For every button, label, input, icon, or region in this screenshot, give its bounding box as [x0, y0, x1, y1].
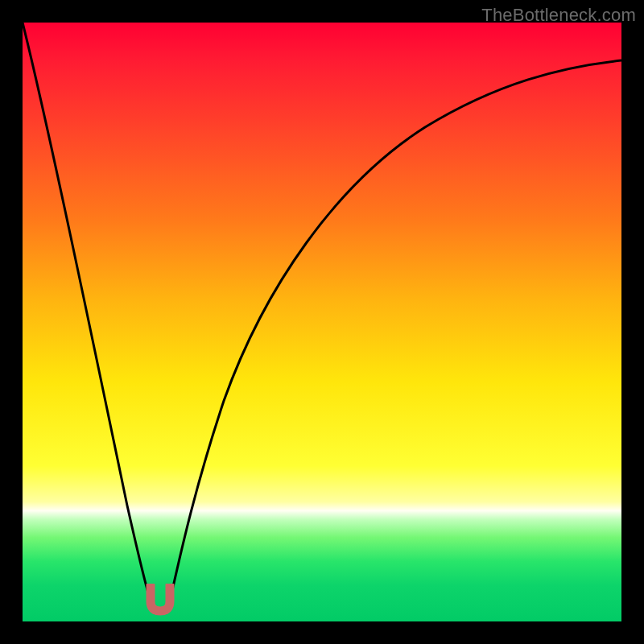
- u-marker-icon: [151, 585, 170, 611]
- outer-frame: TheBottleneck.com: [0, 0, 644, 644]
- curve-left-branch: [23, 23, 154, 612]
- plot-area: [23, 23, 621, 621]
- minimum-marker: [146, 584, 175, 616]
- curve-right-branch: [167, 60, 621, 612]
- bottleneck-curve: [23, 23, 621, 621]
- watermark-text: TheBottleneck.com: [481, 5, 636, 26]
